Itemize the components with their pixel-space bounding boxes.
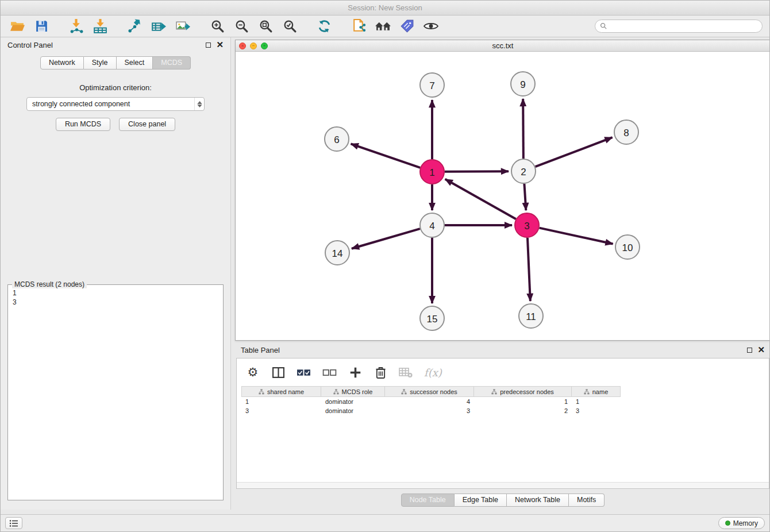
node-4[interactable]: 4	[420, 213, 444, 237]
select-all-icon	[297, 367, 311, 378]
table-row[interactable]: 1dominator411	[241, 397, 769, 406]
refresh-layout-button[interactable]	[314, 17, 334, 36]
zoom-selected-button[interactable]	[280, 17, 299, 36]
tab-network-table[interactable]: Network Table	[507, 494, 569, 507]
float-panel-icon[interactable]	[206, 43, 211, 48]
zoom-fit-button[interactable]	[256, 17, 275, 36]
node-8[interactable]: 8	[614, 120, 638, 144]
zoom-in-icon	[210, 19, 225, 33]
horizontal-scrollbar[interactable]	[237, 482, 769, 488]
deselect-all-icon	[322, 367, 337, 378]
tab-motifs[interactable]: Motifs	[569, 494, 605, 507]
add-row-button[interactable]	[348, 364, 362, 380]
annotations-button[interactable]	[397, 17, 417, 36]
delete-table-button[interactable]	[399, 364, 413, 380]
optimization-criterion-select[interactable]: strongly connected component	[26, 97, 205, 111]
deselect-all-button[interactable]	[322, 364, 337, 380]
svg-text:4: 4	[429, 221, 434, 232]
export-image-button[interactable]	[173, 17, 192, 36]
network-window-titlebar[interactable]: scc.txt × − +	[236, 40, 770, 52]
plus-icon	[349, 367, 361, 379]
export-table-button[interactable]	[149, 17, 168, 36]
node-10[interactable]: 10	[615, 235, 640, 259]
svg-text:9: 9	[520, 79, 525, 90]
task-history-button[interactable]	[5, 517, 22, 529]
control-panel-header: Control Panel ✕	[1, 37, 230, 52]
node-9[interactable]: 9	[511, 72, 535, 96]
overview-button[interactable]	[373, 17, 392, 36]
network-from-selection-icon	[351, 18, 367, 34]
node-table-header: shared nameMCDS rolesuccessor nodesprede…	[241, 386, 769, 397]
edge-2-8[interactable]	[536, 137, 613, 167]
show-details-button[interactable]	[421, 17, 441, 36]
mcds-result-lines: 13	[8, 285, 223, 310]
network-canvas[interactable]: 7968124314101511	[236, 52, 770, 340]
window-title: Session: New Session	[348, 3, 422, 12]
gear-icon: ⚙	[248, 365, 259, 379]
import-network-button[interactable]	[66, 17, 86, 36]
tab-edge-table[interactable]: Edge Table	[455, 494, 507, 507]
network-graph[interactable]: 7968124314101511	[236, 52, 770, 340]
float-table-panel-icon[interactable]	[747, 348, 752, 353]
delete-row-button[interactable]	[374, 364, 387, 380]
run-mcds-button[interactable]: Run MCDS	[56, 118, 110, 131]
column-tree-icon	[259, 389, 264, 395]
import-table-button[interactable]	[90, 17, 110, 36]
search-field[interactable]	[595, 20, 763, 33]
export-network-button[interactable]	[125, 17, 144, 36]
open-session-button[interactable]	[7, 17, 27, 36]
tab-select[interactable]: Select	[117, 56, 153, 70]
node-1[interactable]: 1	[420, 160, 444, 184]
network-from-selection-button[interactable]	[349, 17, 368, 36]
node-2[interactable]: 2	[511, 159, 536, 183]
edge-1-2[interactable]	[445, 171, 509, 172]
column-header[interactable]: predecessor nodes	[474, 386, 572, 397]
result-line: 3	[13, 298, 218, 307]
column-header[interactable]: MCDS role	[321, 386, 385, 397]
table-row[interactable]: 3dominator323	[241, 406, 769, 415]
edge-3-10[interactable]	[539, 228, 613, 244]
memory-button[interactable]: Memory	[718, 517, 765, 529]
close-table-panel-icon[interactable]: ✕	[757, 347, 765, 353]
search-input[interactable]	[610, 22, 757, 30]
dropdown-stepper-icon	[194, 98, 204, 110]
close-panel-icon[interactable]: ✕	[216, 42, 224, 48]
edge-2-3[interactable]	[524, 184, 526, 210]
function-builder-button[interactable]: f(x)	[424, 364, 442, 380]
edge-2-9[interactable]	[523, 99, 523, 159]
node-3[interactable]: 3	[515, 213, 539, 237]
zoom-out-button[interactable]	[232, 17, 251, 36]
control-panel-title: Control Panel	[7, 41, 53, 49]
node-7[interactable]: 7	[420, 73, 444, 97]
edge-3-11[interactable]	[528, 238, 530, 301]
column-tree-icon	[491, 389, 497, 395]
column-header[interactable]: name	[572, 386, 621, 397]
tab-style[interactable]: Style	[84, 56, 117, 70]
close-panel-button[interactable]: Close panel	[119, 118, 175, 131]
svg-text:11: 11	[526, 311, 536, 322]
svg-text:15: 15	[427, 314, 438, 325]
edge-1-6[interactable]	[351, 144, 421, 167]
table-settings-button[interactable]: ⚙	[246, 364, 260, 380]
node-14[interactable]: 14	[325, 241, 349, 265]
split-columns-button[interactable]	[271, 364, 285, 380]
tab-network[interactable]: Network	[40, 56, 84, 70]
tab-node-table[interactable]: Node Table	[401, 494, 455, 507]
edge-4-14[interactable]	[352, 229, 420, 249]
node-6[interactable]: 6	[325, 127, 349, 151]
table-toolbar: ⚙	[237, 358, 769, 386]
node-15[interactable]: 15	[420, 306, 444, 330]
mcds-result-box: MCDS result (2 nodes) 13	[7, 284, 224, 500]
save-session-button[interactable]	[32, 17, 51, 36]
list-icon	[9, 519, 18, 527]
column-tree-icon	[584, 389, 590, 395]
select-all-button[interactable]	[297, 364, 311, 380]
memory-status-icon	[725, 521, 730, 526]
zoom-in-button[interactable]	[207, 17, 227, 36]
tab-mcds[interactable]: MCDS	[153, 56, 191, 70]
column-header[interactable]: successor nodes	[385, 386, 474, 397]
edge-3-1[interactable]	[445, 179, 516, 219]
node-11[interactable]: 11	[519, 304, 543, 328]
table-panel-tabs: Node Table Edge Table Network Table Moti…	[235, 491, 770, 508]
column-header[interactable]: shared name	[241, 386, 321, 397]
